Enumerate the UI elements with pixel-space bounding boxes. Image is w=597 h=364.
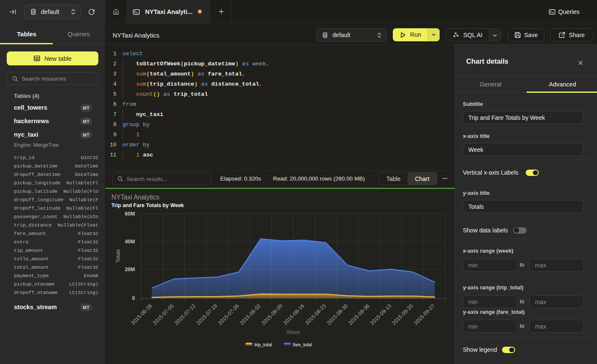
svg-text:60M: 60M	[125, 211, 135, 217]
svg-text:2015-07-12: 2015-07-12	[173, 303, 197, 326]
svg-text:2015-08-02: 2015-08-02	[239, 303, 262, 326]
svg-text:2015-08-16: 2015-08-16	[282, 303, 305, 326]
svg-text:Totals: Totals	[115, 249, 121, 263]
svg-text:fare_total: fare_total	[293, 342, 312, 347]
svg-text:40M: 40M	[125, 239, 135, 245]
svg-text:Week: Week	[286, 329, 300, 335]
svg-text:2015-08-30: 2015-08-30	[326, 303, 349, 326]
svg-text:2015-09-06: 2015-09-06	[348, 303, 371, 326]
svg-text:trip_total: trip_total	[254, 342, 272, 347]
svg-text:2015-07-19: 2015-07-19	[195, 303, 219, 326]
svg-text:2015-07-26: 2015-07-26	[217, 303, 240, 326]
svg-text:2015-06-28: 2015-06-28	[130, 303, 153, 326]
svg-text:2015-08-09: 2015-08-09	[260, 303, 284, 326]
svg-text:2015-09-27: 2015-09-27	[413, 303, 436, 326]
svg-text:0: 0	[132, 295, 135, 301]
svg-text:2015-08-23: 2015-08-23	[304, 303, 327, 326]
svg-text:20M: 20M	[125, 267, 135, 272]
svg-text:2015-09-20: 2015-09-20	[391, 303, 414, 326]
svg-text:2015-09-13: 2015-09-13	[369, 303, 392, 326]
svg-text:2015-07-05: 2015-07-05	[152, 303, 175, 326]
